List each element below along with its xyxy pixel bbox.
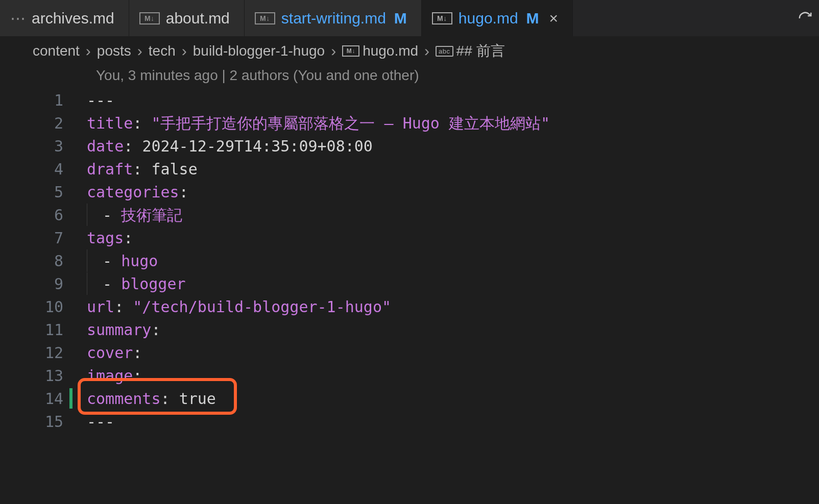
line-number: 11 xyxy=(0,318,87,341)
refresh-button[interactable] xyxy=(791,0,819,36)
indent-guide xyxy=(87,249,87,272)
line-number: 5 xyxy=(0,181,87,204)
yaml-key: categories xyxy=(87,183,179,201)
chevron-right-icon: › xyxy=(179,42,190,60)
breadcrumb-part[interactable]: build-blogger-1-hugo xyxy=(193,43,325,59)
tab-about[interactable]: M↓ about.md xyxy=(129,0,245,36)
yaml-value: "手把手打造你的專屬部落格之一 — Hugo 建立本地網站" xyxy=(151,114,550,132)
gitlens-info[interactable]: You, 3 minutes ago | 2 authors (You and … xyxy=(0,65,819,89)
outline-icon: abc xyxy=(436,46,453,57)
breadcrumb-part[interactable]: posts xyxy=(97,43,131,59)
breadcrumb-part[interactable]: content xyxy=(33,43,80,59)
tab-bar: ⋯ archives.md M↓ about.md M↓ start-writi… xyxy=(0,0,819,37)
yaml-value: 技術筆記 xyxy=(121,206,182,224)
line-number: 2 xyxy=(0,112,87,135)
line-number: 8 xyxy=(0,249,87,272)
yaml-key: url xyxy=(87,298,114,316)
markdown-icon: M↓ xyxy=(255,12,275,24)
yaml-key: date xyxy=(87,137,124,155)
yaml-key: comments xyxy=(87,390,161,408)
line-number: 6 xyxy=(0,204,87,226)
chevron-right-icon: › xyxy=(421,42,432,60)
code-text: --- xyxy=(87,91,114,109)
tab-label: about.md xyxy=(166,10,230,27)
code-line[interactable]: 6 - 技術筆記 xyxy=(0,204,819,226)
line-number: 13 xyxy=(0,364,87,387)
breadcrumb[interactable]: content › posts › tech › build-blogger-1… xyxy=(0,37,819,65)
code-line[interactable]: 4 draft: false xyxy=(0,158,819,181)
code-text: --- xyxy=(87,413,114,431)
code-line[interactable]: 15 --- xyxy=(0,410,819,433)
yaml-key: title xyxy=(87,114,133,132)
markdown-icon: M↓ xyxy=(432,12,452,24)
chevron-right-icon: › xyxy=(328,42,339,60)
indent-guide xyxy=(87,204,87,226)
yaml-key: image xyxy=(87,367,133,385)
yaml-key: draft xyxy=(87,160,133,178)
code-line[interactable]: 13 image: xyxy=(0,364,819,387)
line-number: 4 xyxy=(0,158,87,181)
yaml-key: summary xyxy=(87,321,151,339)
markdown-icon: M↓ xyxy=(342,45,359,57)
line-number: 1 xyxy=(0,89,87,112)
modified-indicator: M xyxy=(394,10,407,27)
git-added-bar xyxy=(69,388,73,409)
code-line[interactable]: 12 cover: xyxy=(0,341,819,364)
code-line[interactable]: 10 url: "/tech/build-blogger-1-hugo" xyxy=(0,295,819,318)
breadcrumb-part[interactable]: tech xyxy=(149,43,176,59)
yaml-value: 2024-12-29T14:35:09+08:00 xyxy=(142,137,373,155)
tab-hugo[interactable]: M↓ hugo.md M × xyxy=(422,0,573,36)
yaml-value: "/tech/build-blogger-1-hugo" xyxy=(133,298,391,316)
refresh-icon xyxy=(798,11,813,26)
line-number: 12 xyxy=(0,341,87,364)
code-line[interactable]: 11 summary: xyxy=(0,318,819,341)
chevron-right-icon: › xyxy=(134,42,146,60)
line-number: 9 xyxy=(0,272,87,295)
yaml-value: hugo xyxy=(121,252,158,270)
code-line[interactable]: 9 - blogger xyxy=(0,272,819,295)
code-editor[interactable]: 1 --- 2 title: "手把手打造你的專屬部落格之一 — Hugo 建立… xyxy=(0,89,819,433)
yaml-key: cover xyxy=(87,344,133,362)
line-number: 10 xyxy=(0,295,87,318)
chevron-right-icon: › xyxy=(83,42,94,60)
modified-indicator: M xyxy=(526,10,539,27)
close-icon[interactable]: × xyxy=(549,10,559,27)
line-number: 7 xyxy=(0,226,87,249)
tab-start-writing[interactable]: M↓ start-writing.md M xyxy=(245,0,422,36)
tab-label: archives.md xyxy=(32,10,114,27)
markdown-icon: M↓ xyxy=(139,12,160,24)
tab-label: start-writing.md xyxy=(281,10,386,27)
yaml-key: tags xyxy=(87,229,124,247)
indent-guide xyxy=(87,272,87,295)
yaml-value: true xyxy=(179,390,216,408)
line-number: 14 xyxy=(0,387,87,410)
code-line[interactable]: 2 title: "手把手打造你的專屬部落格之一 — Hugo 建立本地網站" xyxy=(0,112,819,135)
breadcrumb-outline[interactable]: ## 前言 xyxy=(456,41,505,61)
yaml-value: blogger xyxy=(121,275,185,293)
line-number: 15 xyxy=(0,410,87,433)
code-line[interactable]: 3 date: 2024-12-29T14:35:09+08:00 xyxy=(0,135,819,158)
code-line[interactable]: 7 tags: xyxy=(0,226,819,249)
code-line[interactable]: 1 --- xyxy=(0,89,819,112)
code-line[interactable]: 8 - hugo xyxy=(0,249,819,272)
breadcrumb-file[interactable]: hugo.md xyxy=(363,43,418,59)
yaml-value: false xyxy=(151,160,197,178)
code-line[interactable]: 5 categories: xyxy=(0,181,819,204)
code-line[interactable]: 14 comments: true xyxy=(0,387,819,410)
file-icon: ⋯ xyxy=(10,9,26,27)
tab-label: hugo.md xyxy=(459,10,518,27)
tab-archives[interactable]: ⋯ archives.md xyxy=(0,0,129,36)
line-number: 3 xyxy=(0,135,87,158)
